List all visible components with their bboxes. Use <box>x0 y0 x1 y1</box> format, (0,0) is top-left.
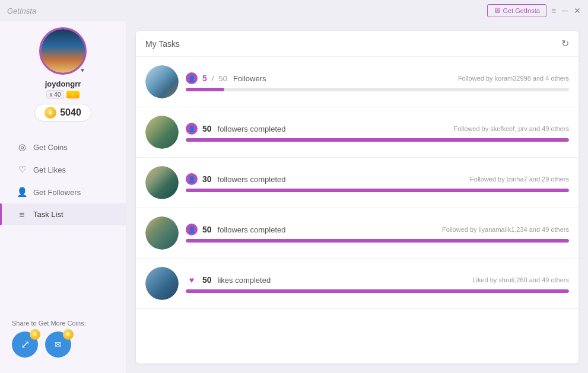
titlebar: GetInsta 🖥 Get GetInsta ≡ ─ ✕ <box>0 0 588 21</box>
share-label: Share to Get More Coins: <box>12 320 114 327</box>
task-count-current: 50 <box>202 225 212 234</box>
task-top-row: 👤 5 / 50 Followers Followed by koram3299… <box>186 72 569 84</box>
task-count-current: 50 <box>202 124 212 133</box>
progress-bar-bg <box>186 289 569 293</box>
coins-row: $ 5040 <box>34 104 91 122</box>
refresh-icon[interactable]: ↻ <box>561 38 569 49</box>
table-row: 👤 50 followers completed Followed by liy… <box>136 208 579 259</box>
task-body: 👤 5 / 50 Followers Followed by koram3299… <box>186 72 569 91</box>
badge-lightning: ⚡ <box>66 91 80 98</box>
share-social-button[interactable]: ⤢ S <box>12 331 38 358</box>
sidebar-item-label: Get Followers <box>33 188 81 197</box>
task-count-total: 50 <box>218 74 227 83</box>
follower-icon: 👤 <box>186 123 198 135</box>
task-users: Followed by lzinha7 and 29 others <box>470 176 569 183</box>
task-info: ♥ 50 likes completed <box>186 274 271 286</box>
sidebar-item-label: Get Coins <box>33 143 68 152</box>
sidebar-item-task-list[interactable]: ≡ Task List <box>0 203 126 225</box>
progress-bar-fill <box>186 239 569 243</box>
close-icon[interactable]: ✕ <box>574 6 581 15</box>
task-users: Liked by shruti,260 and 49 others <box>472 276 569 283</box>
share-email-button[interactable]: ✉ S <box>45 331 71 358</box>
avatar-caret-icon[interactable]: ▼ <box>80 67 85 74</box>
progress-bar-bg <box>186 189 569 192</box>
task-label: followers completed <box>218 175 286 184</box>
progress-bar-fill <box>186 88 224 91</box>
task-info: 👤 5 / 50 Followers <box>186 72 266 84</box>
sidebar: ▼ joydongrr x 40 ⚡ $ 5040 ◎ Get Coins ♡ … <box>0 21 126 373</box>
task-info: 👤 50 followers completed <box>186 123 285 135</box>
badge-x: x 40 <box>46 90 65 99</box>
task-top-row: 👤 50 followers completed Followed by ske… <box>186 123 569 135</box>
follower-icon: 👤 <box>186 173 198 185</box>
task-count-current: 5 <box>202 74 207 83</box>
task-count-current: 30 <box>202 174 212 184</box>
sidebar-nav: ◎ Get Coins ♡ Get Likes 👤 Get Followers … <box>0 136 126 314</box>
table-row: 👤 5 / 50 Followers Followed by koram3299… <box>136 57 579 107</box>
task-image <box>145 216 179 250</box>
task-body: 👤 30 followers completed Followed by lzi… <box>186 173 569 192</box>
heart-nav-icon: ♡ <box>17 164 27 175</box>
get-getinsta-button[interactable]: 🖥 Get GetInsta <box>487 4 546 17</box>
share-coin-badge: S <box>30 329 40 340</box>
table-row: ♥ 50 likes completed Liked by shruti,260… <box>136 259 579 309</box>
follower-icon: 👤 <box>186 224 198 235</box>
progress-bar-bg <box>186 239 569 243</box>
progress-bar-fill <box>186 289 569 293</box>
table-row: 👤 30 followers completed Followed by lzi… <box>136 158 579 208</box>
task-slash: / <box>212 74 214 83</box>
task-body: 👤 50 followers completed Followed by ske… <box>186 123 569 142</box>
progress-bar-bg <box>186 138 569 142</box>
main-layout: ▼ joydongrr x 40 ⚡ $ 5040 ◎ Get Coins ♡ … <box>0 21 588 373</box>
username: joydongrr <box>45 79 81 88</box>
task-users: Followed by liyanamalik1,234 and 49 othe… <box>442 226 569 233</box>
progress-bar-fill <box>186 138 569 142</box>
task-info: 👤 50 followers completed <box>186 224 285 235</box>
task-thumbnail <box>145 116 179 149</box>
task-thumbnail <box>145 216 179 250</box>
avatar-wrapper: ▼ <box>39 27 87 75</box>
task-top-row: 👤 30 followers completed Followed by lzi… <box>186 173 569 185</box>
sidebar-item-get-coins[interactable]: ◎ Get Coins <box>0 136 126 158</box>
progress-bar-fill <box>186 189 569 192</box>
coins-value: 5040 <box>60 107 81 118</box>
task-thumbnail <box>145 65 179 98</box>
task-top-row: ♥ 50 likes completed Liked by shruti,260… <box>186 274 569 286</box>
monitor-icon: 🖥 <box>494 7 501 15</box>
sidebar-item-get-likes[interactable]: ♡ Get Likes <box>0 158 126 181</box>
coin-icon: $ <box>45 107 56 119</box>
task-label: followers completed <box>218 125 286 133</box>
window-controls: ≡ ─ ✕ <box>551 6 581 15</box>
task-image <box>145 267 179 300</box>
email-icon: ✉ <box>55 340 62 349</box>
table-row: 👤 50 followers completed Followed by ske… <box>136 107 579 158</box>
task-count-current: 50 <box>202 275 212 285</box>
person-nav-icon: 👤 <box>17 187 27 197</box>
task-label: Followers <box>233 74 266 83</box>
active-bar <box>0 203 2 225</box>
menu-icon[interactable]: ≡ <box>551 6 556 15</box>
task-image <box>145 116 179 149</box>
email-coin-badge: S <box>63 329 74 340</box>
avatar-image <box>41 29 85 73</box>
task-users: Followed by skefkeef_prv and 49 others <box>454 125 569 132</box>
follower-icon: 👤 <box>186 72 198 84</box>
titlebar-right: 🖥 Get GetInsta ≡ ─ ✕ <box>487 4 581 17</box>
sidebar-item-get-followers[interactable]: 👤 Get Followers <box>0 181 126 203</box>
tasks-list: 👤 5 / 50 Followers Followed by koram3299… <box>136 57 579 364</box>
task-image <box>145 166 179 199</box>
minimize-icon[interactable]: ─ <box>562 6 568 15</box>
tasks-panel: My Tasks ↻ 👤 5 / 50 <box>136 31 579 364</box>
task-thumbnail <box>145 267 179 300</box>
task-top-row: 👤 50 followers completed Followed by liy… <box>186 224 569 235</box>
tasks-header: My Tasks ↻ <box>136 31 579 57</box>
task-body: 👤 50 followers completed Followed by liy… <box>186 224 569 243</box>
coins-nav-icon: ◎ <box>17 142 27 152</box>
task-info: 👤 30 followers completed <box>186 173 285 185</box>
task-thumbnail <box>145 166 179 199</box>
app-logo: GetInsta <box>7 7 36 15</box>
task-image <box>145 65 179 98</box>
list-nav-icon: ≡ <box>17 209 27 219</box>
sidebar-item-label: Task List <box>33 210 63 219</box>
task-users: Followed by koram32998 and 4 others <box>458 75 569 82</box>
